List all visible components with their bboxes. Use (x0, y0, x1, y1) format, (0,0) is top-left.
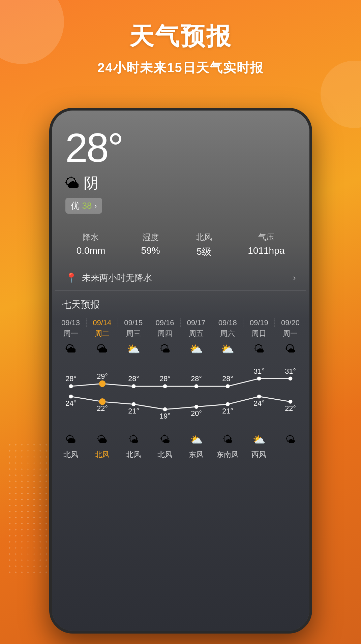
weather-icon: ⛅ (189, 343, 203, 355)
forecast-date-col: 09/16 (149, 318, 180, 327)
forecast-days-row: 周一周二周三周四周五周六周日周一 (52, 327, 309, 341)
svg-text:31°: 31° (285, 367, 296, 375)
forecast-date-col: 09/18 (212, 318, 243, 327)
aqi-arrow-icon: › (94, 202, 97, 210)
forecast-date-col: 09/13 (55, 318, 86, 327)
phone-mockup: 28° 🌥 阴 优 38 › 降水0.0mm湿度59%北风5级气压1011hpa… (49, 108, 312, 634)
date-text: 09/16 (155, 318, 174, 327)
forecast-day-col: 周四 (149, 329, 181, 339)
stat-label: 气压 (248, 232, 284, 243)
aqi-label: 优 (71, 200, 80, 212)
bottom-weather-icon: 🌥 (66, 434, 76, 445)
stat-item: 气压1011hpa (248, 232, 284, 258)
wind-cell-col (275, 450, 306, 460)
day-text: 周日 (251, 329, 266, 338)
day-text: 周六 (220, 329, 235, 338)
wind-label: 东南风 (216, 450, 239, 459)
weather-icon: ⛅ (127, 343, 140, 355)
svg-text:20°: 20° (191, 409, 202, 418)
forecast-day-col: 周二 (87, 329, 118, 339)
svg-point-8 (194, 384, 198, 388)
forecast-icon-col: 🌤 (275, 343, 306, 356)
svg-point-26 (225, 402, 230, 406)
wind-label: 东风 (189, 450, 204, 459)
svg-text:28°: 28° (65, 375, 77, 383)
cloud-icon: 🌥 (65, 175, 80, 191)
date-text: 09/17 (187, 318, 206, 327)
day-text: 周一 (283, 329, 298, 338)
bottom-weather-icon: ⛅ (253, 434, 265, 445)
bottom-weather-icon: 🌥 (97, 434, 107, 445)
wind-cell-col: 东南风 (212, 450, 243, 460)
forecast-date-col: 09/19 (243, 318, 274, 327)
wind-label: 北风 (126, 450, 141, 459)
wind-label: 西风 (251, 450, 266, 459)
aqi-badge[interactable]: 优 38 › (65, 198, 102, 214)
wind-cell-col: 北风 (55, 450, 87, 460)
forecast-icon-col: 🌥 (87, 343, 118, 356)
svg-text:31°: 31° (253, 367, 265, 375)
bottom-weather-icon: ⛅ (190, 434, 203, 445)
svg-text:29°: 29° (97, 372, 108, 380)
bottom-weather-icon: 🌤 (222, 434, 233, 445)
date-text: 09/19 (250, 318, 268, 327)
aqi-value: 38 (82, 201, 92, 211)
date-text: 09/14 (93, 318, 111, 327)
svg-text:21°: 21° (128, 407, 139, 415)
svg-point-4 (131, 384, 136, 388)
date-text: 09/15 (124, 318, 143, 327)
forecast-date-col: 09/17 (180, 318, 212, 327)
stat-value: 5级 (196, 245, 212, 258)
forecast-icon-col: ⛅ (118, 343, 149, 356)
svg-point-10 (225, 384, 230, 388)
wind-label: 北风 (63, 450, 78, 459)
date-text: 09/20 (281, 318, 300, 327)
wind-cell-col: 北风 (87, 450, 118, 460)
bottom-icon-col: 🌥 (87, 434, 118, 446)
stat-value: 59% (141, 245, 160, 256)
section-title: 七天预报 (62, 299, 100, 310)
bottom-icon-col: 🌤 (118, 434, 149, 446)
rain-arrow-icon: › (293, 273, 296, 283)
bottom-icon-col: 🌤 (275, 434, 306, 446)
svg-text:21°: 21° (222, 407, 233, 415)
chart-area: 28°29°28°28°28°28°31°31°24°22°21°19°20°2… (55, 357, 306, 431)
forecast-icon-col: ⛅ (181, 343, 212, 356)
svg-point-18 (99, 398, 106, 405)
forecast-day-col: 周五 (181, 329, 212, 339)
svg-point-12 (257, 376, 261, 380)
svg-text:24°: 24° (65, 399, 77, 407)
forecast-icon-col: 🌤 (149, 343, 181, 356)
svg-text:28°: 28° (128, 375, 139, 383)
forecast-date-col: 09/15 (118, 318, 149, 327)
bottom-weather-icon: 🌤 (128, 434, 139, 445)
date-text: 09/18 (218, 318, 237, 327)
svg-point-6 (163, 384, 167, 388)
weather-icon: 🌤 (159, 343, 170, 355)
section-header: 七天预报 (52, 291, 309, 316)
day-text: 周三 (126, 329, 141, 338)
wind-label: 北风 (95, 450, 110, 459)
day-text: 周一 (63, 329, 78, 338)
forecast-day-col: 周日 (243, 329, 275, 339)
forecast-date-col: 09/20 (274, 318, 306, 327)
weather-top: 28° 🌥 阴 优 38 › (52, 111, 309, 224)
bottom-icon-col: 🌤 (212, 434, 243, 446)
wind-cell-col: 西风 (243, 450, 275, 460)
stat-label: 降水 (77, 232, 106, 243)
rain-text: 未来两小时无降水 (82, 272, 152, 284)
svg-point-24 (194, 405, 198, 409)
svg-point-0 (69, 384, 73, 388)
forecast-day-col: 周一 (55, 329, 87, 339)
weather-icon: 🌤 (285, 343, 296, 355)
stat-item: 北风5级 (196, 232, 212, 258)
phone-frame: 28° 🌥 阴 优 38 › 降水0.0mm湿度59%北风5级气压1011hpa… (49, 108, 312, 634)
day-text: 周五 (189, 329, 204, 338)
wind-cell-col: 东风 (181, 450, 212, 460)
svg-point-2 (99, 380, 106, 387)
weather-condition: 🌥 阴 (65, 173, 296, 193)
wind-row: 北风北风北风北风东风东南风西风 (52, 448, 309, 463)
rain-forecast[interactable]: 📍 未来两小时无降水 › (55, 265, 306, 291)
svg-text:22°: 22° (97, 404, 108, 412)
forecast-icon-col: 🌤 (243, 343, 275, 356)
